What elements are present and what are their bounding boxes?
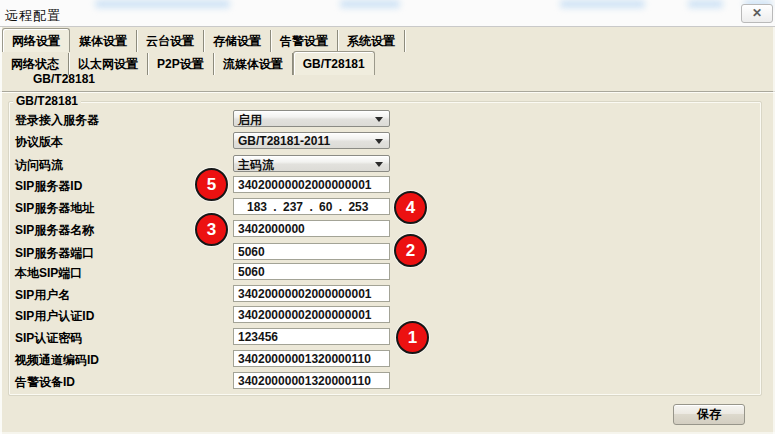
annotation-circle-3: 3 (195, 213, 228, 246)
separator-line (0, 91, 775, 93)
close-icon: ✕ (752, 6, 762, 20)
local-sip-port-input[interactable] (233, 263, 390, 280)
sip-server-name-input[interactable] (233, 220, 390, 237)
titlebar-blur-decoration (688, 0, 723, 8)
titlebar-blur-decoration (95, 0, 230, 8)
protocol-version-select[interactable]: GB/T28181-2011 (233, 132, 390, 149)
sip-user-auth-id-input[interactable] (233, 306, 390, 323)
primary-tab-strip: 网络设置 媒体设置 云台设置 存储设置 告警设置 系统设置 (2, 30, 405, 52)
tab-p2p-settings[interactable]: P2P设置 (148, 53, 214, 75)
field-label-access-stream: 访问码流 (15, 157, 63, 174)
field-label-sip-server-port: SIP服务器端口 (15, 245, 94, 262)
sip-server-address-input[interactable] (233, 198, 390, 215)
window-title: 远程配置 (5, 7, 61, 25)
field-label-protocol-version: 协议版本 (15, 134, 63, 151)
chevron-down-icon (375, 117, 383, 122)
titlebar-blur-decoration (340, 0, 400, 8)
page-heading: GB/T28181 (33, 72, 95, 86)
sip-server-port-input[interactable] (233, 243, 390, 260)
titlebar: 远程配置 ✕ (0, 0, 775, 27)
titlebar-blur-decoration (560, 0, 645, 8)
tab-alarm-settings[interactable]: 告警设置 (271, 30, 338, 52)
close-button[interactable]: ✕ (741, 4, 773, 23)
chevron-down-icon (375, 162, 383, 167)
tab-ptz-settings[interactable]: 云台设置 (137, 30, 204, 52)
login-access-server-select[interactable]: 启用 (233, 110, 390, 127)
remote-config-dialog: 远程配置 ✕ 网络设置 媒体设置 云台设置 存储设置 告警设置 系统设置 网络状… (0, 0, 775, 434)
window-frame-edge (0, 27, 2, 434)
field-label-sip-auth-password: SIP认证密码 (15, 330, 82, 347)
sip-username-input[interactable] (233, 285, 390, 302)
field-label-sip-user-auth-id: SIP用户认证ID (15, 308, 94, 325)
video-channel-id-input[interactable] (233, 350, 390, 367)
field-label-sip-server-id: SIP服务器ID (15, 178, 82, 195)
tab-stream-media-settings[interactable]: 流媒体设置 (214, 53, 293, 75)
annotation-circle-1: 1 (396, 321, 429, 354)
field-label-sip-username: SIP用户名 (15, 287, 70, 304)
tab-network-settings[interactable]: 网络设置 (2, 28, 70, 52)
groupbox-label: GB/T28181 (13, 94, 81, 108)
chevron-down-icon (375, 139, 383, 144)
tab-storage-settings[interactable]: 存储设置 (204, 30, 271, 52)
alarm-device-id-input[interactable] (233, 372, 390, 389)
field-label-video-channel-id: 视频通道编码ID (15, 352, 99, 369)
annotation-circle-5: 5 (195, 168, 228, 201)
tab-media-settings[interactable]: 媒体设置 (70, 30, 137, 52)
field-label-local-sip-port: 本地SIP端口 (15, 265, 82, 282)
sip-server-id-input[interactable] (233, 176, 390, 193)
access-stream-select[interactable]: 主码流 (233, 155, 390, 172)
selected-value: 启用 (238, 112, 262, 129)
field-label-sip-server-name: SIP服务器名称 (15, 222, 94, 239)
tab-system-settings[interactable]: 系统设置 (338, 30, 405, 52)
save-button[interactable]: 保存 (673, 404, 745, 425)
annotation-circle-4: 4 (394, 191, 427, 224)
selected-value: 主码流 (238, 157, 274, 174)
field-label-sip-server-address: SIP服务器地址 (15, 200, 94, 217)
field-label-alarm-device-id: 告警设备ID (15, 374, 75, 391)
annotation-circle-2: 2 (394, 234, 427, 267)
tab-gbt28181[interactable]: GB/T28181 (293, 51, 375, 75)
selected-value: GB/T28181-2011 (238, 134, 330, 148)
sip-auth-password-input[interactable] (233, 328, 390, 345)
field-label-login-access-server: 登录接入服务器 (15, 112, 99, 129)
